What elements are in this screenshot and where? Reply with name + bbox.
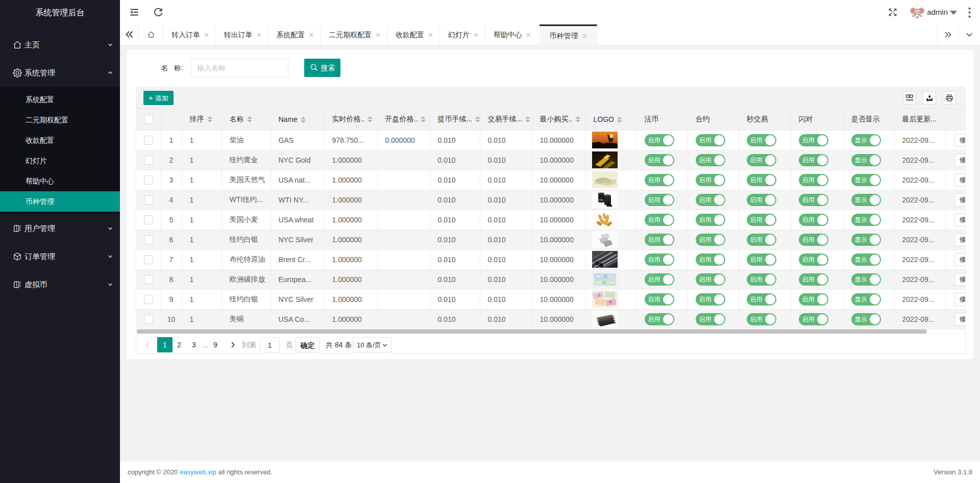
svg-text:OIL: OIL [599,198,604,201]
